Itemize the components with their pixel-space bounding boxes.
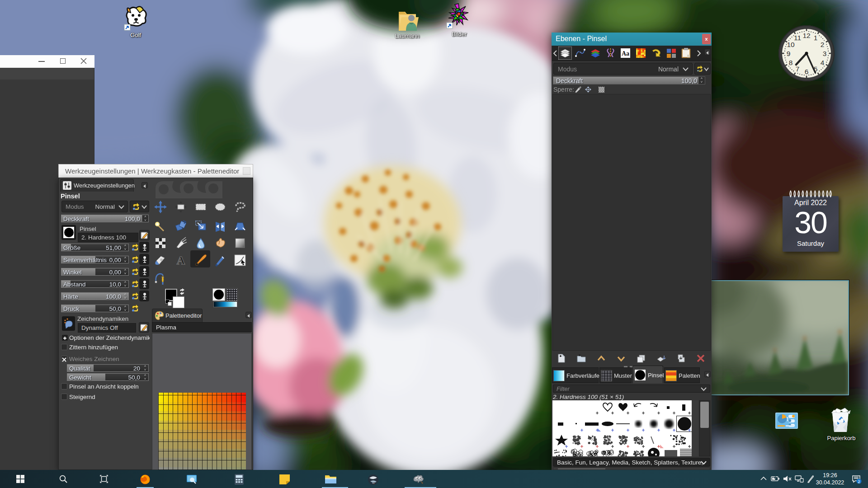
svg-text:9: 9 xyxy=(787,50,791,57)
svg-text:6: 6 xyxy=(805,68,809,75)
svg-text:4: 4 xyxy=(821,59,825,66)
svg-text:7: 7 xyxy=(796,65,800,73)
svg-text:8: 8 xyxy=(789,59,793,66)
svg-text:12: 12 xyxy=(802,32,810,39)
svg-text:11: 11 xyxy=(794,34,801,42)
svg-text:Pro: Pro xyxy=(372,483,374,484)
svg-text:A: A xyxy=(177,254,185,267)
svg-text:2: 2 xyxy=(858,479,860,484)
svg-text:Aa: Aa xyxy=(622,50,629,57)
svg-text:1: 1 xyxy=(814,34,818,42)
svg-text:10: 10 xyxy=(787,41,795,48)
svg-text:2: 2 xyxy=(821,41,825,48)
svg-text:3: 3 xyxy=(823,50,827,57)
